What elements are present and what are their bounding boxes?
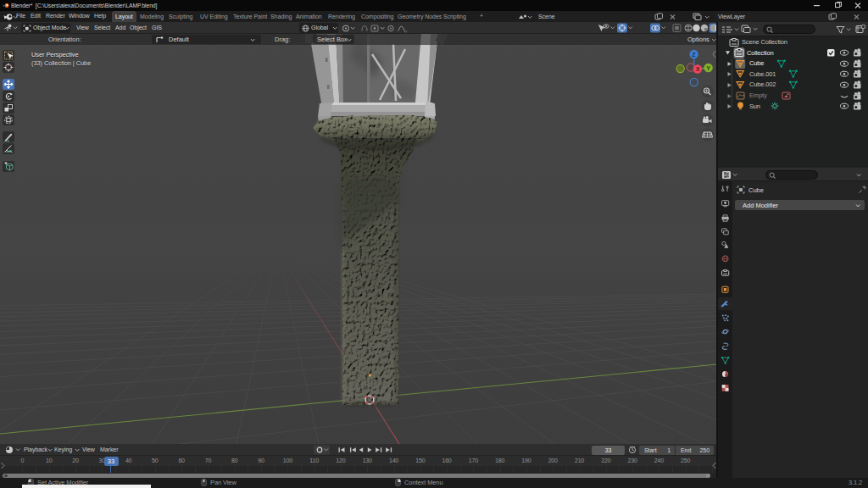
svg-text:Z: Z (693, 52, 696, 58)
svg-text:Y: Y (707, 65, 711, 71)
svg-text:X: X (696, 66, 700, 72)
